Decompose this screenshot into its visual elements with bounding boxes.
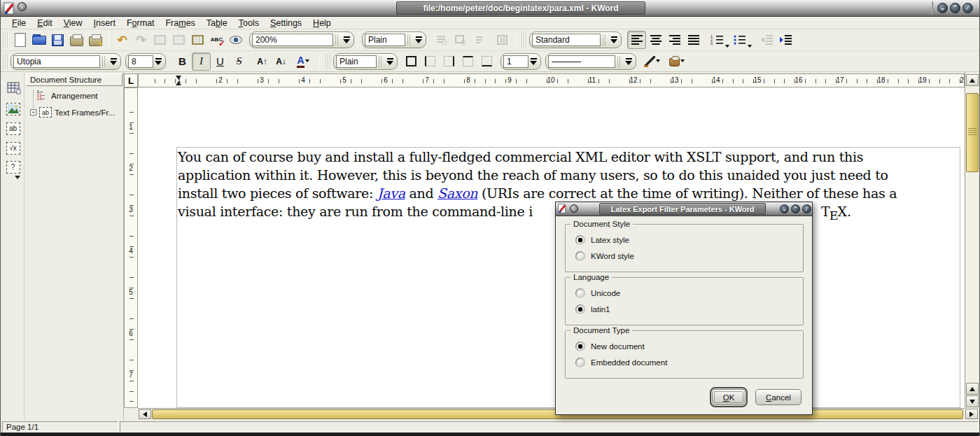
menu-file[interactable]: File xyxy=(6,18,31,28)
radio-latin1[interactable]: latin1 xyxy=(575,304,610,314)
insert-table-button[interactable] xyxy=(4,79,22,97)
open-document-button[interactable] xyxy=(29,31,48,49)
radio-latex-style[interactable]: Latex style xyxy=(575,235,629,245)
print-button[interactable] xyxy=(67,31,86,49)
bullet-list-button[interactable] xyxy=(731,31,753,49)
numbered-list-button[interactable]: 1.2.3. xyxy=(708,31,731,49)
scroll-down-button[interactable] xyxy=(966,395,979,407)
scroll-up-button[interactable] xyxy=(966,74,979,86)
toolbar-grip[interactable] xyxy=(3,32,8,48)
bold-button[interactable]: B xyxy=(173,52,192,71)
chevron-down-icon[interactable] xyxy=(15,176,20,179)
undo-button[interactable]: ↶ xyxy=(113,31,132,49)
close-button[interactable]: ∕ xyxy=(962,3,973,13)
border-left-button[interactable] xyxy=(421,52,440,71)
chevron-down-icon[interactable] xyxy=(153,58,163,65)
redo-button[interactable]: ↷ xyxy=(132,31,150,49)
radio-icon[interactable] xyxy=(575,342,585,351)
vertical-scrollbar-thumb[interactable] xyxy=(966,93,979,172)
print-preview-button[interactable] xyxy=(86,31,105,49)
radio-icon[interactable] xyxy=(575,304,585,314)
radio-icon[interactable] xyxy=(575,235,585,245)
document-page[interactable]: You can of course buy and install a full… xyxy=(138,87,965,408)
toolbar-grip[interactable] xyxy=(522,32,527,48)
cancel-button[interactable]: Cancel xyxy=(755,389,802,405)
spellcheck-button[interactable]: ABC✓ xyxy=(207,31,226,49)
font-color-button[interactable]: A xyxy=(290,52,316,71)
radio-new-document[interactable]: New document xyxy=(575,342,645,351)
toolbar-grip[interactable] xyxy=(3,54,8,69)
ok-button[interactable]: OK xyxy=(712,389,746,405)
vertical-ruler[interactable]: 12345678 xyxy=(124,87,138,408)
radio-unicode[interactable]: Unicode xyxy=(575,288,620,298)
background-color-button[interactable] xyxy=(664,52,690,71)
tree-item-text-frames[interactable]: + ab Text Frames/Fr... xyxy=(30,107,115,118)
horizontal-scrollbar[interactable] xyxy=(138,408,965,420)
scroll-up-button-bottom[interactable] xyxy=(966,383,979,395)
framestyle-manager-button[interactable] xyxy=(493,31,512,49)
align-right-button[interactable] xyxy=(665,31,684,49)
menu-table[interactable]: Table xyxy=(201,18,233,28)
scroll-right-button[interactable] xyxy=(965,409,978,419)
insert-text-frame-button[interactable]: ab xyxy=(4,120,22,137)
border-color-button[interactable] xyxy=(639,52,664,71)
underline-button[interactable]: U xyxy=(211,52,230,71)
radio-kword-style[interactable]: KWord style xyxy=(575,251,634,261)
maximize-button[interactable]: ⌃ xyxy=(791,204,800,213)
insert-formula-button[interactable]: √x xyxy=(4,139,22,157)
indent-decrease-button[interactable] xyxy=(757,31,776,49)
chevron-down-icon[interactable] xyxy=(624,58,634,65)
font-size-combobox[interactable]: 8 xyxy=(125,53,166,70)
font-combobox[interactable]: Utopia xyxy=(10,53,121,70)
scroll-left-button[interactable] xyxy=(139,409,151,419)
chevron-down-icon[interactable] xyxy=(725,45,729,48)
align-center-button[interactable] xyxy=(646,31,665,49)
menu-tools[interactable]: Tools xyxy=(233,18,265,28)
zoom-combobox[interactable]: 200% xyxy=(249,31,354,48)
create-framestyle-button[interactable] xyxy=(451,31,470,49)
chevron-down-icon[interactable] xyxy=(414,36,424,43)
chevron-down-icon[interactable] xyxy=(680,59,685,62)
radio-icon[interactable] xyxy=(575,288,585,298)
align-left-button[interactable] xyxy=(627,31,646,49)
strikethrough-button[interactable]: S xyxy=(230,52,248,71)
minimize-button[interactable]: ⌄ xyxy=(780,204,789,213)
maximize-button[interactable]: ⌃ xyxy=(950,3,960,13)
chevron-down-icon[interactable] xyxy=(748,45,752,48)
window-menu-button[interactable]: - xyxy=(18,2,27,11)
chevron-down-icon[interactable] xyxy=(385,58,395,65)
horizontal-ruler[interactable]: 1234567891011121314151617181920 xyxy=(138,73,965,87)
border-bottom-button[interactable] xyxy=(477,52,496,71)
italic-button[interactable]: I xyxy=(192,52,211,71)
document-structure-header[interactable]: Document Structure xyxy=(26,73,122,86)
subscript-button[interactable]: A↓ xyxy=(272,52,290,71)
style-manager-button[interactable] xyxy=(470,31,489,49)
radio-icon[interactable] xyxy=(575,251,585,261)
menu-frames[interactable]: Frames xyxy=(160,18,200,28)
tree-item-arrangement[interactable]: 1.— 1.1— 1.2— Arrangement xyxy=(37,90,97,101)
chevron-down-icon[interactable] xyxy=(528,58,538,65)
radio-embedded-document[interactable]: Embedded document xyxy=(575,358,667,367)
menu-help[interactable]: Help xyxy=(307,18,337,28)
border-style-combobox[interactable]: Plain xyxy=(333,53,398,70)
java-link[interactable]: Java xyxy=(377,185,405,201)
style-list-combobox[interactable]: Standard xyxy=(529,31,622,48)
frame-columns-button[interactable] xyxy=(169,31,188,49)
menu-format[interactable]: Format xyxy=(121,18,160,28)
create-style-button[interactable] xyxy=(432,31,451,49)
window-titlebar[interactable]: - file:/home/peter/doc/beginlatex/para.x… xyxy=(1,0,980,17)
save-button[interactable] xyxy=(48,31,67,49)
review-button[interactable] xyxy=(226,31,245,49)
vertical-scrollbar[interactable] xyxy=(965,72,979,408)
window-menu-button[interactable]: - xyxy=(570,204,578,213)
chevron-down-icon[interactable] xyxy=(656,59,660,62)
radio-icon[interactable] xyxy=(575,358,585,367)
frame-borders-button[interactable] xyxy=(150,31,169,49)
close-button[interactable]: ∕ xyxy=(802,204,811,213)
menu-view[interactable]: View xyxy=(58,18,88,28)
insert-part-button[interactable]: ? xyxy=(4,158,22,176)
border-right-button[interactable] xyxy=(440,52,458,71)
align-justify-button[interactable] xyxy=(684,31,703,49)
chevron-down-icon[interactable] xyxy=(342,36,351,43)
superscript-button[interactable]: A↑ xyxy=(253,52,272,71)
